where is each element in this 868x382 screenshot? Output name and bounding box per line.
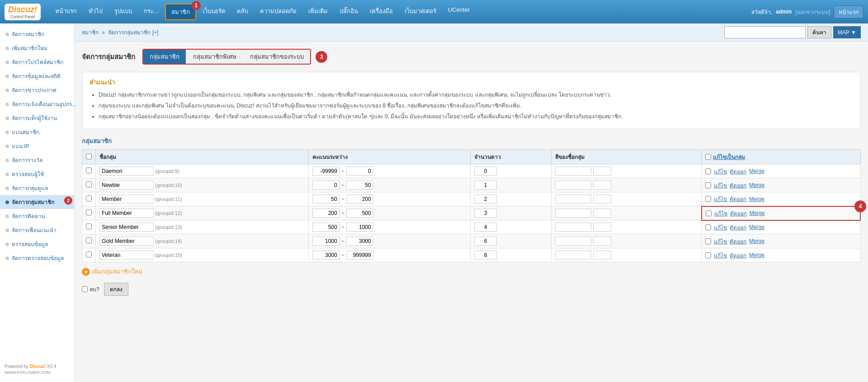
sidebar-item-manage-group[interactable]: จัดการกลุ่มดูแล [0, 181, 74, 195]
sidebar-item-ban-member[interactable]: แบนสมาชิก [0, 125, 74, 139]
merge-link[interactable]: Merge [749, 224, 764, 230]
row-color-input[interactable] [555, 223, 591, 232]
row-action-checkbox[interactable] [705, 224, 711, 230]
merge-link[interactable]: Merge [749, 196, 764, 202]
breadcrumb-managegroup[interactable]: จัดการกลุ่มสมาชิก [108, 28, 151, 37]
row-range-max[interactable] [346, 237, 373, 246]
sidebar-item-follow[interactable]: จัดการติดตาม [0, 209, 74, 223]
nav-plugin[interactable]: ปลั๊กอิน [334, 4, 363, 20]
edit-link[interactable]: แก้ไข [714, 195, 727, 203]
row-range-min[interactable] [312, 209, 340, 218]
sidebar-item-recommend[interactable]: จัดการเพื่อนแนะนำ [0, 223, 74, 237]
th-edit-label[interactable]: แก้ไขเป็นกลุ่ม [713, 153, 745, 161]
sidebar-item-news[interactable]: จัดการข่าวประกาศ [0, 83, 74, 97]
row-small-input[interactable] [593, 223, 611, 232]
search-button[interactable]: ค้นหา [807, 26, 831, 38]
merge-link[interactable]: Merge [749, 182, 764, 188]
row-action-checkbox[interactable] [705, 196, 711, 202]
row-name-input[interactable] [99, 251, 154, 260]
merge-link[interactable]: Merge [750, 210, 765, 216]
search-input[interactable] [724, 26, 806, 38]
row-stars-input[interactable] [474, 209, 497, 218]
delete-link[interactable]: ตัดออก [730, 223, 746, 232]
row-action-checkbox[interactable] [705, 182, 711, 188]
sidebar-item-tag[interactable]: จัดการแท็กผู้ใช้งาน [0, 111, 74, 125]
row-range-max[interactable] [346, 181, 373, 190]
edit-link[interactable]: แก้ไข [714, 209, 727, 218]
sidebar-item-add-member[interactable]: เพิ่มสมาชิกใหม่ [0, 41, 74, 55]
delete-link[interactable]: ตัดออก [730, 209, 747, 218]
row-range-min[interactable] [312, 251, 340, 260]
row-range-max[interactable] [346, 195, 373, 204]
row-range-max[interactable] [346, 223, 373, 232]
row-range-max[interactable] [346, 209, 373, 218]
row-name-input[interactable] [99, 237, 154, 246]
tab-special-group[interactable]: กลุ่มสมาชิกพิเศษ [187, 50, 243, 64]
sidebar-item-check-user[interactable]: ตรวจสอบผู้ใช้ [0, 167, 74, 181]
row-stars-input[interactable] [474, 167, 497, 176]
edit-link[interactable]: แก้ไข [714, 167, 727, 176]
row-range-min[interactable] [312, 167, 340, 176]
tab-member-group[interactable]: กลุ่มสมาชิก [143, 50, 186, 64]
row-checkbox[interactable] [86, 224, 92, 229]
row-small-input[interactable] [593, 181, 611, 190]
row-color-input[interactable] [555, 167, 591, 176]
row-range-min[interactable] [312, 237, 340, 246]
row-checkbox[interactable] [86, 210, 92, 215]
row-range-min[interactable] [312, 195, 340, 204]
row-name-input[interactable] [99, 181, 154, 190]
sidebar-item-manage-member[interactable]: จัดการสมาชิก [0, 27, 74, 41]
add-group-button[interactable]: + เพิ่มกลุ่มสมาชิกใหม่ [82, 267, 142, 276]
sidebar-item-manage-membergroup[interactable]: จัดการกลุ่มสมาชิก 2 [0, 195, 74, 209]
row-range-min[interactable] [312, 223, 340, 232]
row-color-input[interactable] [555, 181, 591, 190]
row-small-input[interactable] [593, 195, 611, 204]
nav-club[interactable]: คลับ [231, 4, 254, 20]
confirm-button[interactable]: ตกลง [104, 283, 128, 296]
row-action-checkbox[interactable] [705, 252, 711, 258]
row-action-checkbox[interactable] [705, 238, 711, 244]
nav-style[interactable]: รูปแบบ [109, 4, 137, 20]
merge-link[interactable]: Merge [749, 238, 764, 244]
edit-link[interactable]: แก้ไข [714, 237, 727, 246]
nav-webmaster[interactable]: เว็บมาสเตอร์ [399, 4, 442, 20]
nav-member[interactable]: สมาชิก 1 [165, 4, 196, 20]
delete-link[interactable]: ตัดออก [730, 167, 746, 176]
nav-board[interactable]: กระ... [138, 4, 164, 20]
row-small-input[interactable] [593, 237, 611, 246]
row-name-input[interactable] [99, 167, 154, 176]
sidebar-item-ban-ip[interactable]: แบน IP [0, 139, 74, 153]
row-name-input[interactable] [99, 209, 154, 218]
nav-more[interactable]: เพิ่มเติม [303, 4, 333, 20]
logout-link[interactable]: [ออกจากระบบ] [795, 8, 830, 16]
row-range-min[interactable] [312, 181, 340, 190]
row-checkbox[interactable] [86, 252, 92, 257]
nav-webboard[interactable]: เว็บบอร์ด [197, 4, 231, 20]
breadcrumb-plus[interactable]: [+] [152, 29, 159, 36]
nav-tools[interactable]: เครื่องมือ [364, 4, 398, 20]
row-stars-input[interactable] [474, 237, 497, 246]
delete-checkbox[interactable] [82, 286, 88, 292]
map-button[interactable]: MAP ▼ [833, 26, 861, 38]
merge-link[interactable]: Merge [749, 168, 764, 174]
row-action-checkbox[interactable] [706, 210, 712, 216]
row-checkbox[interactable] [86, 196, 92, 201]
delete-link[interactable]: ตัดออก [730, 181, 746, 190]
nav-security[interactable]: ความปลอดภัย [255, 4, 302, 20]
nav-home[interactable]: หน้าแรก [50, 4, 82, 20]
tab-system-group[interactable]: กลุ่มสมาชิกของระบบ [244, 50, 310, 64]
nav-ucenter[interactable]: UCenter [443, 4, 475, 20]
front-button[interactable]: หน้าแรก [834, 5, 863, 19]
sidebar-item-notify[interactable]: จัดการแจ้งเตือนผ่านอุปกร... [0, 97, 74, 111]
row-color-input[interactable] [555, 237, 591, 246]
row-stars-input[interactable] [474, 223, 497, 232]
sidebar-item-check-data[interactable]: ตรวจสอบข้อมูล [0, 237, 74, 251]
select-all-checkbox[interactable] [86, 154, 92, 159]
delete-link[interactable]: ตัดออก [730, 251, 746, 260]
delete-link[interactable]: ตัดออก [730, 195, 746, 203]
edit-link[interactable]: แก้ไข [714, 251, 727, 260]
row-stars-input[interactable] [474, 251, 497, 260]
nav-general[interactable]: ทั่วไป [83, 4, 108, 20]
row-small-input[interactable] [593, 167, 611, 176]
row-color-input[interactable] [555, 195, 591, 204]
